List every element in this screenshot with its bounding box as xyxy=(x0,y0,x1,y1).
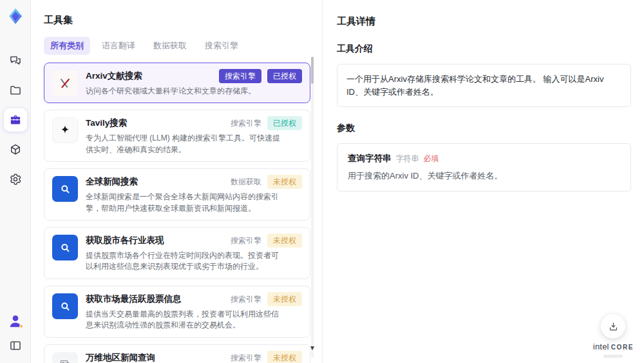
tool-name: 获取市场最活跃股票信息 xyxy=(86,292,182,305)
tool-status-badge: 未授权 xyxy=(267,351,302,363)
details-title: 工具详情 xyxy=(337,15,631,28)
core-wordmark: CORE xyxy=(611,344,634,351)
panel-toggle-icon[interactable] xyxy=(4,336,27,355)
tool-badges: 搜索引擎 已授权 xyxy=(219,69,302,83)
intro-heading: 工具介绍 xyxy=(337,43,631,55)
tool-card[interactable]: 获取股市各行业表现 搜索引擎 未授权 提供股票市场各个行业在特定时间段内的表现。… xyxy=(44,227,310,279)
tool-description: 提供当天交易量最高的股票列表，投资者可以利用这些信息来识别流动性强的股票和潜在的… xyxy=(86,309,302,331)
tool-name: Arxiv文献搜索 xyxy=(86,69,142,82)
tool-badges: 数据获取 未授权 xyxy=(231,175,302,189)
tool-category-badge: 搜索引擎 xyxy=(231,292,261,306)
user-avatar[interactable] xyxy=(7,313,24,329)
tool-badges: 搜索引擎 未授权 xyxy=(231,351,302,363)
category-tab-2[interactable]: 数据获取 xyxy=(147,37,193,55)
scrollbar-thumb[interactable] xyxy=(311,57,314,84)
category-tab-1[interactable]: 语言翻译 xyxy=(95,37,142,55)
tool-category-badge: 搜索引擎 xyxy=(231,116,261,130)
tool-card[interactable]: Arxiv文献搜索 搜索引擎 已授权 访问各个研究领域大量科学论文和文章的存储库… xyxy=(44,63,310,103)
tool-list: Arxiv文献搜索 搜索引擎 已授权 访问各个研究领域大量科学论文和文章的存储库… xyxy=(44,63,310,363)
tool-name: Tavily搜索 xyxy=(86,116,127,129)
tool-card[interactable]: 全球新闻搜索 数据获取 未授权 全球新闻搜索是一个聚合全球各大新闻网站内容的搜索… xyxy=(44,168,310,221)
tool-card[interactable]: 获取市场最活跃股票信息 搜索引擎 未授权 提供当天交易量最高的股票列表，投资者可… xyxy=(44,286,310,338)
params-heading: 参数 xyxy=(337,123,631,134)
tool-badges: 搜索引擎 未授权 xyxy=(231,233,302,248)
arxiv-tool-icon xyxy=(52,70,78,96)
tool-intro-text: 一个用于从Arxiv存储库搜索科学论文和文章的工具。 输入可以是Arxiv ID… xyxy=(337,64,631,107)
tools-panel: 工具集 所有类别语言翻译数据获取搜索引擎 Arxiv文献搜索 搜索引擎 已授权 … xyxy=(31,0,323,363)
tool-description: 访问各个研究领域大量科学论文和文章的存储库。 xyxy=(86,86,302,97)
status-dot xyxy=(19,324,23,328)
app-logo[interactable] xyxy=(6,6,25,26)
tool-category-badge: 搜索引擎 xyxy=(231,351,261,363)
tool-badges: 搜索引擎 已授权 xyxy=(231,116,302,130)
category-tab-3[interactable]: 搜索引擎 xyxy=(198,37,245,55)
tool-status-badge: 未授权 xyxy=(267,292,302,306)
parameter-type: 字符串 xyxy=(396,153,419,164)
tool-category-badge: 数据获取 xyxy=(231,175,261,189)
search-tool-icon xyxy=(52,235,78,260)
parameter-name: 查询字符串 xyxy=(348,153,392,164)
tool-category-badge: 搜索引擎 xyxy=(231,233,261,248)
intel-logo-sub-badge xyxy=(603,355,623,358)
tool-badges: 搜索引擎 未授权 xyxy=(231,292,302,306)
news-tool-icon xyxy=(52,352,78,363)
tool-name: 获取股市各行业表现 xyxy=(86,233,164,246)
tool-status-badge: 未授权 xyxy=(267,233,302,248)
intel-core-logo: intel CORE xyxy=(593,342,634,351)
tool-category-badge[interactable]: 搜索引擎 xyxy=(219,69,261,83)
category-tabs: 所有类别语言翻译数据获取搜索引擎 xyxy=(44,37,310,55)
category-tab-0[interactable]: 所有类别 xyxy=(44,37,90,55)
tool-status-badge: 已授权 xyxy=(267,116,302,130)
toolbox-icon[interactable] xyxy=(4,108,27,132)
tool-card[interactable]: 万维地区新闻查询 搜索引擎 未授权 查询具体行政区划内的新闻，快速了解各地新闻动… xyxy=(44,344,310,363)
rail-bottom xyxy=(4,313,27,355)
tool-status-badge[interactable]: 已授权 xyxy=(267,69,302,83)
tool-description: 专为人工智能代理 (LLM) 构建的搜索引擎工具。可快速提供实时、准确和真实的结… xyxy=(86,133,302,155)
settings-gear-icon[interactable] xyxy=(4,168,27,191)
search-tool-icon xyxy=(52,293,78,319)
tavily-tool-icon xyxy=(52,117,78,143)
rail-nav xyxy=(4,49,27,191)
cube-icon[interactable] xyxy=(4,138,27,161)
parameter-card: 查询字符串 字符串 必填 用于搜索的Arxiv ID、关键字或作者姓名。 xyxy=(337,143,631,191)
search-tool-icon xyxy=(52,176,78,202)
chat-icon[interactable] xyxy=(4,49,27,72)
download-button[interactable] xyxy=(601,314,625,338)
list-scrollbar[interactable] xyxy=(311,57,314,358)
tool-description: 全球新闻搜索是一个聚合全球各大新闻网站内容的搜索引擎，帮助用户快速获取全球最新资… xyxy=(86,191,302,214)
icon-rail xyxy=(0,0,31,363)
tool-description: 提供股票市场各个行业在特定时间段内的表现。投资者可以利用这些信息来识别表现优于或… xyxy=(86,250,302,273)
intel-wordmark: intel xyxy=(593,342,609,351)
parameter-required-flag: 必填 xyxy=(424,153,439,164)
corner-actions: intel CORE xyxy=(593,314,634,358)
tool-name: 万维地区新闻查询 xyxy=(86,351,155,363)
tool-name: 全球新闻搜索 xyxy=(86,175,138,188)
parameter-description: 用于搜索的Arxiv ID、关键字或作者姓名。 xyxy=(348,170,620,182)
scroll-down-indicator[interactable]: ▼ xyxy=(309,345,316,351)
page-title: 工具集 xyxy=(44,14,310,26)
tool-card[interactable]: Tavily搜索 搜索引擎 已授权 专为人工智能代理 (LLM) 构建的搜索引擎… xyxy=(44,110,310,162)
folder-icon[interactable] xyxy=(4,79,27,102)
tool-status-badge: 未授权 xyxy=(267,175,302,189)
details-panel: 工具详情 工具介绍 一个用于从Arxiv存储库搜索科学论文和文章的工具。 输入可… xyxy=(323,0,644,363)
app-root: 工具集 所有类别语言翻译数据获取搜索引擎 Arxiv文献搜索 搜索引擎 已授权 … xyxy=(0,0,644,363)
